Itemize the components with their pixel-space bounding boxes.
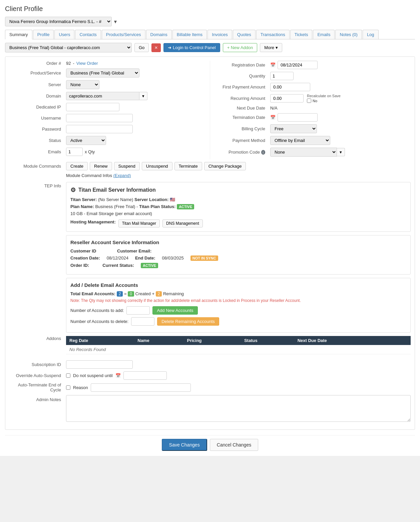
module-commands-row: Module Commands Create Renew Suspend Uns… xyxy=(9,162,411,170)
reseller-customer-row: Customer ID Customer Email: xyxy=(70,248,406,253)
cmd-suspend-button[interactable]: Suspend xyxy=(114,162,140,170)
service-selector[interactable]: Business (Free Trial) Global - caproller… xyxy=(5,43,132,52)
tab-profile[interactable]: Profile xyxy=(33,30,54,39)
promo-code-select[interactable]: None xyxy=(270,148,337,157)
module-command-infos-expand: Module Command Infos (Expand) xyxy=(66,173,131,178)
subscription-id-input[interactable] xyxy=(66,360,133,369)
client-selector[interactable]: Nova Ferrero Group Informatica Ferrero S… xyxy=(5,17,112,26)
username-row: Username xyxy=(9,114,203,122)
delete-remaining-accounts-button[interactable]: Delete Remaining Accounts xyxy=(157,317,219,326)
tep-info-label: TEP Info xyxy=(9,182,66,336)
emails-label: Emails xyxy=(9,149,66,154)
auto-terminate-checkbox[interactable] xyxy=(66,385,70,390)
tab-bar: Summary Profile Users Contacts Products/… xyxy=(5,30,415,39)
product-service-select[interactable]: Business (Free Trial) Global xyxy=(66,68,139,77)
cmd-terminate-button[interactable]: Terminate xyxy=(174,162,202,170)
tab-billable-items[interactable]: Billable Items xyxy=(172,30,207,39)
admin-notes-textarea[interactable] xyxy=(66,395,411,422)
username-input[interactable] xyxy=(66,114,133,122)
dedicated-ip-input[interactable] xyxy=(66,103,119,111)
more-button[interactable]: More ▾ xyxy=(260,43,282,52)
email-accounts-box: Add / Delete Email Accounts Total Email … xyxy=(66,278,411,333)
tab-invoices[interactable]: Invoices xyxy=(207,30,232,39)
cmd-unsuspend-button[interactable]: Unsuspend xyxy=(142,162,172,170)
tab-emails[interactable]: Emails xyxy=(313,30,335,39)
save-changes-button[interactable]: Save Changes xyxy=(162,439,207,451)
termination-date-row: Termination Date 📅 xyxy=(217,113,411,122)
tab-notes[interactable]: Notes (0) xyxy=(335,30,362,39)
status-select[interactable]: Active xyxy=(66,136,106,145)
emails-qty-input[interactable] xyxy=(66,148,83,156)
quantity-input[interactable] xyxy=(270,72,294,80)
titan-mail-manager-button[interactable]: Titan Mail Manager xyxy=(118,219,160,227)
payment-method-select[interactable]: Offline by Email xyxy=(270,136,330,145)
next-due-date-label: Next Due Date xyxy=(217,106,270,111)
promotion-code-row: Promotion Code i None ▾ xyxy=(217,148,411,157)
delete-accounts-input[interactable] xyxy=(131,317,154,326)
billing-cycle-label: Billing Cycle xyxy=(217,126,270,131)
auto-terminate-reason-input[interactable] xyxy=(91,383,191,392)
override-auto-suspend-label: Override Auto-Suspend xyxy=(9,373,66,378)
cmd-renew-button[interactable]: Renew xyxy=(90,162,112,170)
total-num-badge: 2 xyxy=(117,291,123,297)
titan-storage-line: 10 GB - Email Storage (per email account… xyxy=(70,211,406,216)
server-select[interactable]: None xyxy=(66,80,99,89)
addons-col-pricing: Pricing xyxy=(184,336,241,345)
first-payment-input[interactable] xyxy=(270,83,310,91)
suspend-date-input[interactable] xyxy=(123,371,167,380)
cmd-create-button[interactable]: Create xyxy=(66,162,88,170)
tab-tickets[interactable]: Tickets xyxy=(290,30,313,39)
domain-label: Domain xyxy=(9,94,66,99)
subscription-id-row: Subscription ID xyxy=(9,360,411,369)
cancel-changes-button[interactable]: Cancel Changes xyxy=(210,439,259,451)
password-input[interactable] xyxy=(66,125,133,133)
tab-users[interactable]: Users xyxy=(54,30,74,39)
server-row: Server None xyxy=(9,80,203,89)
autoterminate-content: Reason xyxy=(66,383,191,392)
payment-method-row: Payment Method Offline by Email xyxy=(217,136,411,145)
cmd-change-package-button[interactable]: Change Package xyxy=(204,162,246,170)
promo-dropdown-btn[interactable]: ▾ xyxy=(337,148,345,156)
tab-contacts[interactable]: Contacts xyxy=(75,30,101,39)
tab-quotes[interactable]: Quotes xyxy=(233,30,256,39)
view-order-link[interactable]: View Order xyxy=(76,61,98,66)
total-accounts-row: Total Email Accounts: 2 = 0 Created + 2 … xyxy=(70,291,406,296)
dedicated-ip-label: Dedicated IP xyxy=(9,105,66,110)
reg-date-input[interactable] xyxy=(278,61,318,69)
remaining-num-badge: 2 xyxy=(156,291,162,297)
add-accounts-input[interactable] xyxy=(126,306,150,315)
tab-transactions[interactable]: Transactions xyxy=(256,30,290,39)
dns-management-button[interactable]: DNS Management xyxy=(162,219,203,227)
email-accounts-title: Add / Delete Email Accounts xyxy=(70,282,406,288)
titan-plan-status-badge: ACTIVE xyxy=(177,204,194,209)
expand-link[interactable]: (Expand) xyxy=(113,173,131,178)
tab-log[interactable]: Log xyxy=(363,30,379,39)
new-addon-button[interactable]: + New Addon xyxy=(223,43,258,52)
promotion-code-label: Promotion Code i xyxy=(217,150,270,155)
domain-input[interactable] xyxy=(66,92,139,100)
tab-domains[interactable]: Domains xyxy=(146,30,172,39)
recalculate-checkbox-wrap: Recalculate on Save No xyxy=(307,94,341,103)
domain-dropdown-button[interactable]: ▾ xyxy=(139,92,147,100)
calendar-icon-suspend: 📅 xyxy=(115,373,121,378)
titan-info-box: ⚙ Titan Email Server Information Titan S… xyxy=(66,182,411,232)
reg-date-row: Registration Date 📅 xyxy=(217,61,411,69)
tab-products-services[interactable]: Products/Services xyxy=(102,30,145,39)
add-new-accounts-button[interactable]: Add New Accounts xyxy=(152,306,197,315)
override-auto-suspend-checkbox[interactable] xyxy=(66,373,70,378)
billing-cycle-select[interactable]: Free xyxy=(270,124,317,133)
tab-summary[interactable]: Summary xyxy=(5,30,32,39)
go-button[interactable]: Go xyxy=(134,43,149,52)
recurring-amount-input[interactable] xyxy=(270,94,304,103)
first-payment-row: First Payment Amount xyxy=(217,83,411,91)
login-control-panel-button[interactable]: ➜ Login to Control Panel xyxy=(163,43,220,52)
admin-notes-row: Admin Notes xyxy=(9,395,411,423)
module-command-infos-row: Module Command Infos (Expand) xyxy=(9,173,411,178)
delete-service-button[interactable]: ✕ xyxy=(151,43,161,52)
termination-date-input[interactable] xyxy=(278,113,318,122)
recalc-checkbox[interactable] xyxy=(307,99,311,103)
page-title: Client Profile xyxy=(5,5,415,13)
addons-col-actions1 xyxy=(391,336,401,345)
domain-row: Domain ▾ xyxy=(9,92,203,100)
status-row: Status Active xyxy=(9,136,203,145)
